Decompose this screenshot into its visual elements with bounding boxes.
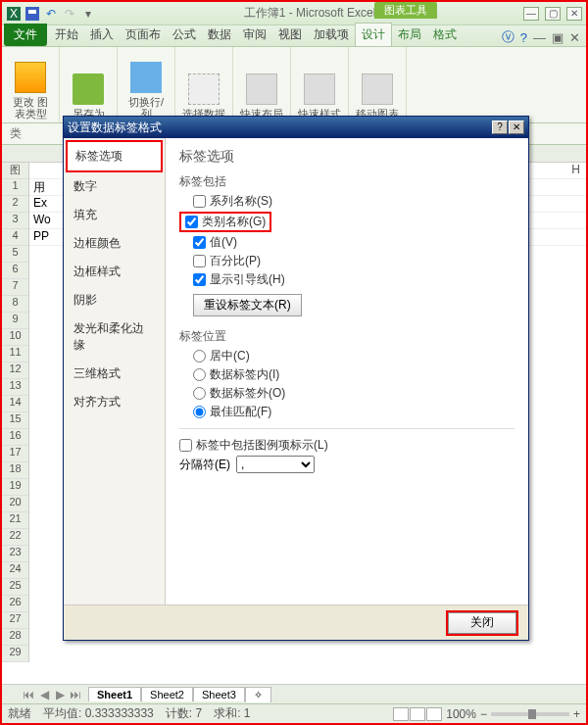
sheet-tab-bar: ⏮ ◀ ▶ ⏭ Sheet1 Sheet2 Sheet3 ✧	[2, 684, 586, 703]
dialog-close-icon[interactable]: ✕	[509, 121, 524, 134]
ribbon-tabs: 文件 开始 插入 页面布 公式 数据 审阅 视图 加载项 设计 布局 格式 ⓥ …	[2, 25, 586, 47]
chart-tools-contextual-label: 图表工具	[374, 2, 437, 19]
last-sheet-icon[interactable]: ⏭	[69, 688, 82, 701]
category-label-options[interactable]: 标签选项	[66, 140, 163, 172]
status-sum: 求和: 1	[214, 705, 250, 722]
select-data-button[interactable]: 选择数据	[181, 71, 226, 120]
category-fill[interactable]: 填充	[66, 201, 163, 229]
tab-insert[interactable]: 插入	[84, 24, 120, 46]
category-border-color[interactable]: 边框颜色	[66, 229, 163, 258]
tab-view[interactable]: 视图	[272, 24, 308, 46]
prev-sheet-icon[interactable]: ◀	[37, 688, 51, 701]
move-chart-button[interactable]: 移动图表	[355, 71, 400, 120]
maximize-icon[interactable]: ▢	[545, 7, 561, 21]
dialog-help-icon[interactable]: ?	[492, 121, 508, 134]
quick-style-button[interactable]: 快速样式	[297, 71, 342, 120]
sheet-tab-3[interactable]: Sheet3	[193, 687, 245, 701]
checkbox-leader-lines[interactable]: 显示引导线(H)	[193, 271, 514, 288]
tab-format[interactable]: 格式	[427, 24, 463, 46]
redo-icon[interactable]: ↷	[62, 6, 77, 22]
row-headers[interactable]: 图 12345678910 11121314151617181920 21222…	[2, 163, 29, 662]
close-icon[interactable]: ✕	[566, 7, 582, 21]
undo-icon[interactable]: ↶	[43, 6, 59, 22]
sheet-tab-1[interactable]: Sheet1	[88, 687, 141, 701]
checkbox-category-name[interactable]: 类别名称(G)	[185, 214, 266, 230]
radio-outside-end[interactable]: 数据标签外(O)	[193, 385, 514, 402]
category-number[interactable]: 数字	[66, 172, 163, 201]
switch-row-column-button[interactable]: 切换行/列	[123, 59, 169, 120]
group-label-position: 标签位置	[179, 328, 514, 345]
dialog-footer: 关闭	[64, 604, 528, 640]
minimize-ribbon-icon[interactable]: ⓥ	[502, 28, 514, 46]
view-buttons[interactable]	[393, 707, 442, 721]
next-sheet-icon[interactable]: ▶	[53, 688, 67, 701]
category-3d-format[interactable]: 三维格式	[66, 360, 163, 388]
separator-label: 分隔符(E)	[179, 457, 230, 473]
excel-icon: X	[6, 6, 22, 22]
separator-select[interactable]: ,	[236, 456, 315, 473]
first-sheet-icon[interactable]: ⏮	[22, 688, 35, 701]
checkbox-value[interactable]: 值(V)	[193, 234, 514, 251]
radio-center[interactable]: 居中(C)	[193, 348, 514, 364]
name-box[interactable]: 类	[10, 125, 22, 142]
save-as-template-button[interactable]: 另存为	[66, 71, 111, 120]
tab-review[interactable]: 审阅	[237, 24, 272, 46]
zoom-in-icon[interactable]: +	[573, 707, 580, 721]
tab-design[interactable]: 设计	[355, 23, 392, 46]
svg-rect-3	[28, 10, 36, 14]
document-title: 工作簿1 - Microsoft Excel	[96, 5, 523, 22]
tab-page-layout[interactable]: 页面布	[120, 24, 167, 46]
category-alignment[interactable]: 对齐方式	[66, 388, 163, 416]
ribbon-body: 更改 图表类型 另存为 切换行/列 选择数据 快速布局 快速样式 移动图表	[2, 47, 586, 123]
radio-best-fit[interactable]: 最佳匹配(F)	[193, 404, 514, 420]
title-bar: X ↶ ↷ ▾ 工作簿1 - Microsoft Excel 图表工具 — ▢ …	[2, 2, 586, 25]
radio-inside-end[interactable]: 数据标签内(I)	[193, 366, 514, 383]
zoom-out-icon[interactable]: −	[480, 707, 487, 721]
reset-label-text-button[interactable]: 重设标签文本(R)	[193, 294, 302, 316]
checkbox-include-legend-key[interactable]: 标签中包括图例项标示(L)	[179, 437, 514, 454]
quick-layout-button[interactable]: 快速布局	[239, 71, 284, 120]
tab-data[interactable]: 数据	[202, 24, 237, 46]
checkbox-series-name[interactable]: 系列名称(S)	[193, 193, 514, 210]
category-glow[interactable]: 发光和柔化边缘	[66, 314, 163, 360]
zoom-level[interactable]: 100%	[446, 707, 476, 721]
zoom-slider[interactable]	[491, 712, 569, 716]
dialog-title-bar[interactable]: 设置数据标签格式 ? ✕	[64, 117, 528, 138]
panel-heading: 标签选项	[179, 148, 514, 166]
tab-formulas[interactable]: 公式	[167, 24, 202, 46]
tab-home[interactable]: 开始	[49, 24, 84, 46]
category-shadow[interactable]: 阴影	[66, 286, 163, 314]
save-icon[interactable]	[24, 6, 40, 22]
status-average: 平均值: 0.333333333	[43, 705, 154, 722]
dialog-category-list: 标签选项 数字 填充 边框颜色 边框样式 阴影 发光和柔化边缘 三维格式 对齐方…	[64, 138, 166, 604]
tab-chart-layout[interactable]: 布局	[392, 24, 427, 46]
workbook-close-icon[interactable]: ✕	[569, 30, 580, 45]
checkbox-percentage[interactable]: 百分比(P)	[193, 253, 514, 269]
workbook-minimize-icon[interactable]: —	[533, 30, 546, 45]
change-chart-type-button[interactable]: 更改 图表类型	[8, 59, 53, 120]
format-data-labels-dialog: 设置数据标签格式 ? ✕ 标签选项 数字 填充 边框颜色 边框样式 阴影 发光和…	[63, 116, 529, 641]
quick-access-toolbar: X ↶ ↷ ▾	[6, 6, 96, 22]
qat-dropdown-icon[interactable]: ▾	[80, 6, 96, 22]
tab-addins[interactable]: 加载项	[308, 24, 355, 46]
svg-text:X: X	[10, 7, 18, 21]
close-button[interactable]: 关闭	[448, 612, 516, 634]
group-label-contains: 标签包括	[179, 173, 514, 190]
tab-file[interactable]: 文件	[4, 24, 47, 46]
status-bar: 就绪 平均值: 0.333333333 计数: 7 求和: 1 100% − +	[2, 703, 586, 723]
status-count: 计数: 7	[166, 705, 202, 722]
window-controls: — ▢ ✕	[523, 7, 582, 21]
category-border-style[interactable]: 边框样式	[66, 258, 163, 286]
status-ready: 就绪	[8, 705, 31, 722]
workbook-restore-icon[interactable]: ▣	[552, 30, 564, 45]
sheet-tab-2[interactable]: Sheet2	[141, 687, 193, 701]
minimize-icon[interactable]: —	[523, 7, 539, 21]
dialog-title: 设置数据标签格式	[68, 120, 492, 136]
dialog-main-panel: 标签选项 标签包括 系列名称(S) 类别名称(G) 值(V) 百分比(P) 显示…	[166, 138, 528, 604]
new-sheet-icon[interactable]: ✧	[245, 687, 271, 702]
help-icon[interactable]: ?	[520, 30, 527, 45]
